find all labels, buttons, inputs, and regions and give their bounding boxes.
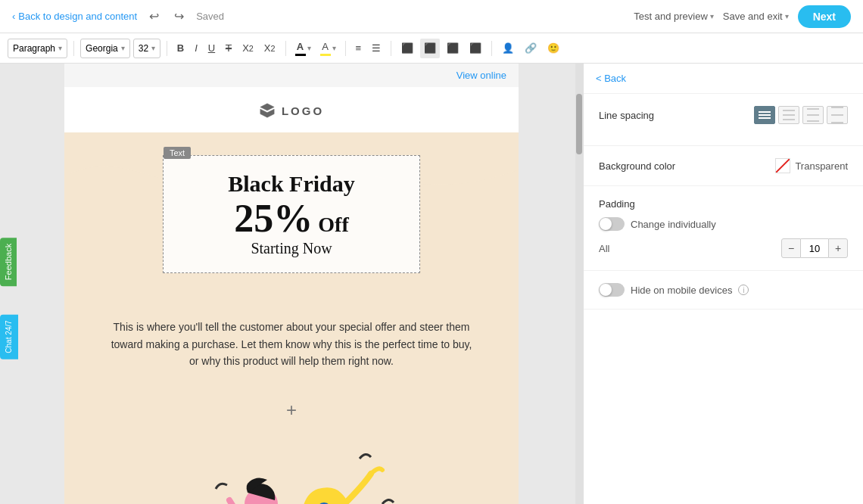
chevron-down-icon: ▾ [58, 44, 62, 52]
divider [345, 41, 346, 56]
bg-color-picker[interactable]: Transparent [775, 158, 848, 173]
italic-button[interactable]: I [191, 39, 201, 58]
strikethrough-button[interactable]: T̶ [222, 39, 235, 58]
feedback-tab-container: Feedback [0, 238, 17, 286]
view-online-link[interactable]: View online [456, 70, 506, 81]
illustration-svg [178, 428, 405, 504]
padding-all-label: All [599, 243, 609, 254]
toggle-knob [600, 218, 612, 230]
bg-color-row: Background color Transparent [599, 158, 848, 173]
font-family-select[interactable]: Georgia ▾ [80, 39, 130, 58]
scrollbar-track[interactable] [575, 64, 583, 504]
padding-decrease-button[interactable]: − [781, 238, 801, 258]
line-spacing-row: Line spacing [599, 106, 848, 124]
line-spacing-wide-button[interactable] [802, 106, 824, 124]
chevron-down-icon: ▾ [710, 12, 714, 20]
personalize-button[interactable]: 👤 [498, 39, 518, 58]
chevron-down-icon: ▾ [307, 44, 311, 52]
feedback-tab[interactable]: Feedback [0, 238, 17, 286]
line-spacing-normal-button[interactable] [778, 106, 799, 124]
padding-all-row: All − 10 + [599, 238, 848, 258]
spacing-wider-icon [831, 104, 843, 126]
divider [73, 41, 74, 56]
body-text-section[interactable]: This is where you'll tell the customer a… [64, 296, 519, 392]
info-icon[interactable]: i [738, 285, 749, 295]
subheadline-text[interactable]: Starting Now [186, 240, 397, 257]
unordered-list-button[interactable]: ≡ [352, 39, 366, 58]
ordered-list-button[interactable]: ☰ [368, 39, 385, 58]
plus-divider[interactable]: + [64, 392, 519, 428]
transparent-swatch [775, 158, 790, 173]
font-size-select[interactable]: 32 ▾ [133, 39, 160, 58]
back-link-text: Back to design and content [18, 11, 137, 22]
view-online-bar: View online [64, 64, 519, 87]
text-selection-box[interactable]: Text Black Friday 25% Off Starting Now [163, 155, 420, 273]
chevron-down-icon: ▾ [785, 12, 789, 20]
saved-status: Saved [196, 11, 224, 22]
text-block-wrapper: Text Black Friday 25% Off Starting Now [64, 132, 519, 296]
align-left-button[interactable]: ⬛ [397, 39, 417, 58]
nav-right: Test and preview ▾ Save and exit ▾ Next [634, 5, 851, 28]
superscript-button[interactable]: X2 [260, 39, 279, 58]
right-panel: < Back Line spacing [583, 64, 863, 504]
chevron-down-icon: ▾ [332, 44, 336, 52]
highlight-color-button[interactable]: A ▾ [317, 39, 339, 58]
change-individually-label: Change individually [631, 219, 716, 230]
line-spacing-section: Line spacing [584, 94, 863, 146]
email-canvas: View online LOGO Text [64, 64, 519, 504]
main-area: View online LOGO Text [0, 64, 863, 504]
line-spacing-wider-button[interactable] [827, 106, 848, 124]
save-exit-button[interactable]: Save and exit ▾ [723, 11, 789, 22]
padding-stepper: − 10 + [781, 238, 848, 258]
emoji-button[interactable]: 🙂 [544, 39, 563, 58]
back-to-design-link[interactable]: ‹ Back to design and content [12, 11, 137, 22]
link-button[interactable]: 🔗 [521, 39, 541, 58]
font-color-indicator [295, 54, 306, 56]
bg-color-value: Transparent [795, 160, 848, 172]
bold-button[interactable]: B [173, 39, 188, 58]
paragraph-style-select[interactable]: Paragraph ▾ [8, 39, 67, 58]
discount-text: 25% Off [186, 197, 397, 240]
logo-icon [259, 102, 276, 119]
nav-left: ‹ Back to design and content ↩ ↪ Saved [12, 6, 224, 26]
underline-button[interactable]: U [204, 39, 219, 58]
next-button[interactable]: Next [798, 5, 851, 28]
divider [491, 41, 492, 56]
align-justify-button[interactable]: ⬛ [466, 39, 485, 58]
font-color-button[interactable]: A ▾ [292, 39, 314, 58]
change-individually-toggle[interactable] [599, 217, 625, 231]
chat-tab[interactable]: Chat 24/7 [0, 314, 18, 359]
spacing-normal-icon [783, 109, 795, 121]
subscript-button[interactable]: X2 [238, 39, 257, 58]
scrollbar-thumb[interactable] [576, 94, 582, 154]
headline-text[interactable]: Black Friday [186, 171, 397, 197]
illustration-section [64, 428, 519, 504]
spacing-wide-icon [807, 107, 819, 123]
hide-mobile-section: Hide on mobile devices i [584, 271, 863, 310]
hero-section: Text Black Friday 25% Off Starting Now [64, 132, 519, 296]
hide-mobile-toggle[interactable] [599, 283, 625, 297]
panel-back-button[interactable]: < Back [584, 64, 863, 94]
padding-section: Padding Change individually All − 10 + [584, 186, 863, 271]
hide-mobile-label: Hide on mobile devices [631, 285, 732, 296]
line-spacing-options [754, 106, 848, 124]
line-spacing-compact-button[interactable] [754, 106, 775, 124]
logo-area: LOGO [64, 87, 519, 132]
line-spacing-label: Line spacing [599, 110, 654, 121]
toggle-knob [600, 284, 612, 296]
divider [391, 41, 391, 56]
undo-button[interactable]: ↩ [146, 6, 162, 26]
body-text: This is where you'll tell the customer a… [110, 319, 473, 369]
redo-button[interactable]: ↪ [171, 6, 187, 26]
canvas-area[interactable]: View online LOGO Text [0, 64, 583, 504]
test-preview-button[interactable]: Test and preview ▾ [634, 11, 714, 22]
padding-value: 10 [801, 238, 828, 258]
divider [285, 41, 286, 56]
text-badge: Text [164, 147, 191, 159]
spacing-compact-icon [759, 111, 771, 119]
chevron-down-icon: ▾ [121, 44, 125, 52]
padding-increase-button[interactable]: + [828, 238, 848, 258]
align-right-button[interactable]: ⬛ [443, 39, 463, 58]
align-center-button[interactable]: ⬛ [420, 39, 440, 58]
change-individually-row: Change individually [599, 217, 848, 231]
